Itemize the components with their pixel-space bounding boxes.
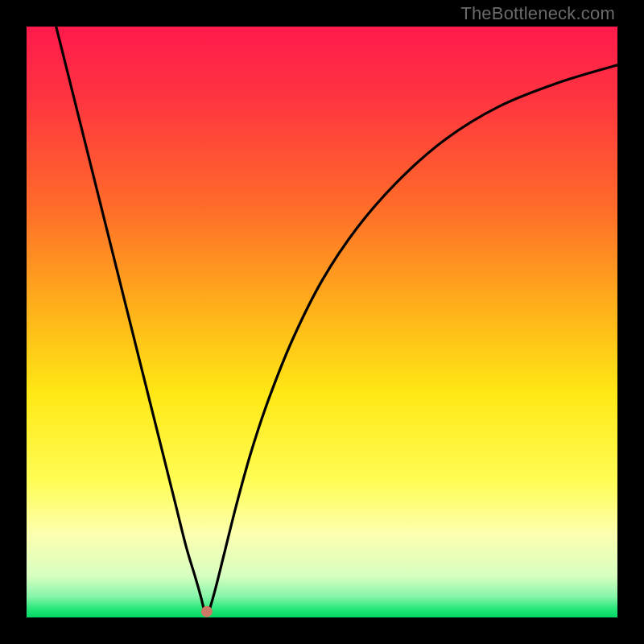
optimum-marker (201, 606, 213, 617)
plot-area (27, 27, 617, 617)
chart-stage: TheBottleneck.com (0, 0, 644, 644)
bottleneck-curve (56, 27, 617, 614)
curve-layer (27, 27, 617, 617)
watermark-text: TheBottleneck.com (460, 3, 615, 24)
